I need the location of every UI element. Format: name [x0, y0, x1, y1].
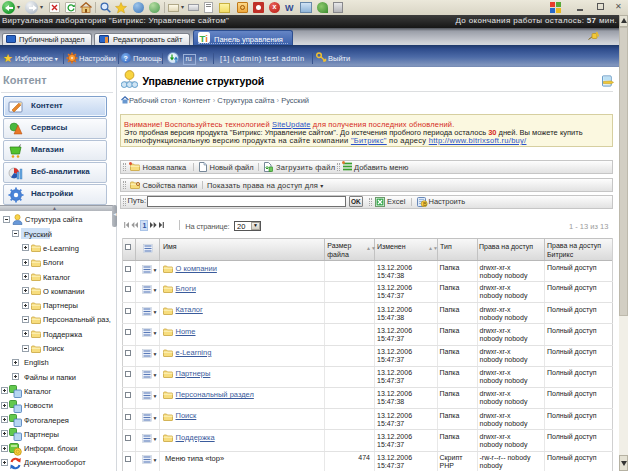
svg-text:B: B: [423, 200, 427, 206]
